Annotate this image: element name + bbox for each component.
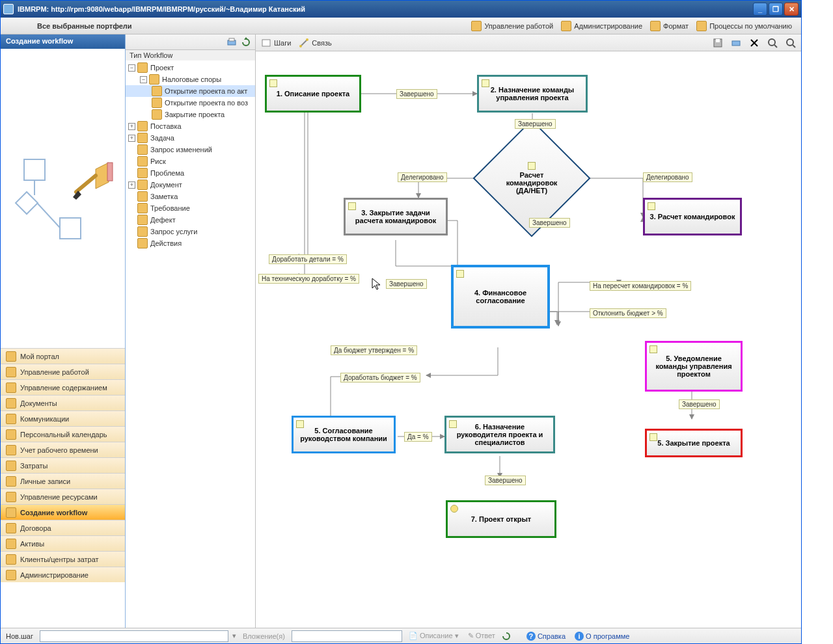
node-5-approval[interactable]: 5. Согласование руководством компании <box>292 416 396 453</box>
edge-reject-budget[interactable]: Отклонить бюджет > % <box>590 308 666 318</box>
tree-changereq[interactable]: Запрос изменений <box>126 144 255 155</box>
answer-label[interactable]: ✎ Ответ <box>465 632 498 640</box>
edge-yes[interactable]: Да = % <box>404 432 432 442</box>
nav-documents[interactable]: Документы <box>1 395 125 410</box>
node-6-assign[interactable]: 6. Назначение руководителя проекта и спе… <box>444 416 555 453</box>
nav-calendar[interactable]: Персональный календарь <box>1 426 125 442</box>
nav-work-mgmt[interactable]: Управление работой <box>1 364 125 379</box>
expand-icon[interactable]: + <box>128 181 135 189</box>
node-decision-calc[interactable]: Расчеткомандировок(ДА/НЕТ) <box>490 137 573 220</box>
nav-communications[interactable]: Коммуникации <box>1 410 125 426</box>
toolbar-format[interactable]: Формат <box>646 20 692 33</box>
tree-project[interactable]: −Проект <box>126 62 255 74</box>
nav-content-mgmt[interactable]: Управление содержанием <box>1 379 125 395</box>
nav-costs[interactable]: Затраты <box>1 457 125 473</box>
edge-tech-rework[interactable]: На техническую доработку = % <box>258 274 359 284</box>
refresh-icon[interactable] <box>502 632 511 641</box>
tree-header: Тип Workflow <box>126 50 255 60</box>
folder-icon <box>149 74 159 85</box>
edge-completed[interactable]: Завершено <box>679 399 720 409</box>
save-icon[interactable] <box>713 38 723 48</box>
tree-requirement[interactable]: Требование <box>126 202 255 214</box>
edge-budget-approved[interactable]: Да бюджет утвержден = % <box>331 345 417 355</box>
tree-actions[interactable]: Действия <box>126 237 255 249</box>
tree-document[interactable]: +Документ <box>126 179 255 191</box>
edge-recalc[interactable]: На пересчет командировок = % <box>590 281 691 291</box>
help-link[interactable]: ? Справка <box>524 632 568 641</box>
nav-administration[interactable]: Администрирование <box>1 567 125 582</box>
toolbar-admin[interactable]: Администрирование <box>557 20 646 33</box>
edge-delegated[interactable]: Делегировано <box>643 172 692 182</box>
nav-personal[interactable]: Личные записи <box>1 473 125 489</box>
collapse-icon[interactable]: − <box>140 76 147 83</box>
workflow-canvas[interactable]: 1. Описание проекта 2. Назначение команд… <box>256 51 801 628</box>
node-4-finance[interactable]: 4. Финансовое согласование <box>451 265 550 329</box>
link-button[interactable]: Связь <box>299 38 331 48</box>
gear-icon <box>561 21 571 31</box>
nav-timesheet[interactable]: Учет рабочего времени <box>1 442 125 457</box>
tree-delivery[interactable]: +Поставка <box>126 120 255 132</box>
node-3-calc[interactable]: 3. Расчет командировок <box>643 198 742 235</box>
node-5-close[interactable]: 5. Закрытие проекта <box>645 429 743 457</box>
node-1-description[interactable]: 1. Описание проекта <box>265 75 361 113</box>
action-icon <box>137 238 148 248</box>
nav-clients[interactable]: Клиенты/центры затрат <box>1 551 125 567</box>
tree-task[interactable]: +Задача <box>126 132 255 144</box>
zoom-out-icon[interactable] <box>785 38 796 48</box>
attach-input[interactable] <box>292 630 402 642</box>
steps-button[interactable]: Шаги <box>261 38 291 48</box>
desc-label[interactable]: 📄 Описание ▾ <box>406 632 461 640</box>
refresh-icon[interactable] <box>241 37 251 47</box>
edge-completed[interactable]: Завершено <box>386 279 427 289</box>
tree-open-act[interactable]: Открытие проекта по акт <box>126 85 255 97</box>
portfolio-label[interactable]: Все выбранные портфели <box>6 22 132 30</box>
edge-delegated[interactable]: Делегировано <box>398 172 447 182</box>
tree-close-project[interactable]: Закрытие проекта <box>126 109 255 120</box>
tree-service[interactable]: Запрос услуги <box>126 226 255 237</box>
tree-group-tax[interactable]: −Налоговые споры <box>126 74 255 85</box>
delete-icon[interactable] <box>749 38 759 48</box>
edge-rework-details[interactable]: Доработать детали = % <box>269 254 347 264</box>
print-icon[interactable] <box>731 38 741 48</box>
node-5-notify[interactable]: 5. Уведомление команды управления проект… <box>645 341 743 392</box>
toolbar-work-mgmt[interactable]: Управление работой <box>467 20 557 33</box>
nav-create-workflow[interactable]: Создание workflow <box>1 504 125 520</box>
zoom-in-icon[interactable] <box>767 38 778 48</box>
svg-line-4 <box>37 203 60 228</box>
nav-assets[interactable]: Активы <box>1 535 125 551</box>
maximize-button[interactable]: ❐ <box>769 3 783 16</box>
nav-contracts[interactable]: Договора <box>1 520 125 535</box>
svg-line-19 <box>774 45 777 47</box>
tree-problem[interactable]: Проблема <box>126 167 255 179</box>
svg-rect-12 <box>262 40 270 46</box>
edge-completed[interactable]: Завершено <box>485 476 526 485</box>
about-link[interactable]: i О программе <box>572 632 632 641</box>
close-button[interactable]: ✕ <box>784 3 799 16</box>
edge-completed[interactable]: Завершено <box>515 119 556 129</box>
node-3-close-calc[interactable]: 3. Закрытие задачи расчета командировок <box>344 198 448 235</box>
note-icon <box>269 79 277 87</box>
window-title: IBMRPM: http://rpm:9080/webapp/IBMRPM/IB… <box>18 5 753 13</box>
collapse-icon[interactable]: − <box>128 64 135 72</box>
minimize-button[interactable]: _ <box>753 3 767 16</box>
tree-defect[interactable]: Дефект <box>126 214 255 226</box>
expand-icon[interactable]: + <box>128 123 135 130</box>
node-7-open[interactable]: 7. Проект открыт <box>446 500 556 538</box>
expand-icon[interactable]: + <box>128 135 135 142</box>
clock-icon <box>6 445 16 455</box>
attach-label[interactable]: Вложение(я) <box>240 632 288 640</box>
nav-resources[interactable]: Управление ресурсами <box>1 489 125 504</box>
tree-note[interactable]: Заметка <box>126 191 255 202</box>
edge-completed[interactable]: Завершено <box>396 89 437 99</box>
svg-rect-10 <box>229 38 234 41</box>
tree-risk[interactable]: Риск <box>126 155 255 167</box>
new-step-input[interactable] <box>40 630 228 642</box>
tree-open-voz[interactable]: Открытие проекта по воз <box>126 97 255 109</box>
toolbar-default-proc[interactable]: Процессы по умолчанию <box>692 20 796 33</box>
edge-completed[interactable]: Завершено <box>529 218 570 228</box>
nav-my-portal[interactable]: Мой портал <box>1 348 125 364</box>
folder-icon <box>137 62 148 73</box>
print-icon[interactable] <box>226 37 237 47</box>
edge-rework-budget[interactable]: Доработать бюджет = % <box>340 373 420 382</box>
node-2-team[interactable]: 2. Назначение команды управления проекта <box>477 75 588 113</box>
